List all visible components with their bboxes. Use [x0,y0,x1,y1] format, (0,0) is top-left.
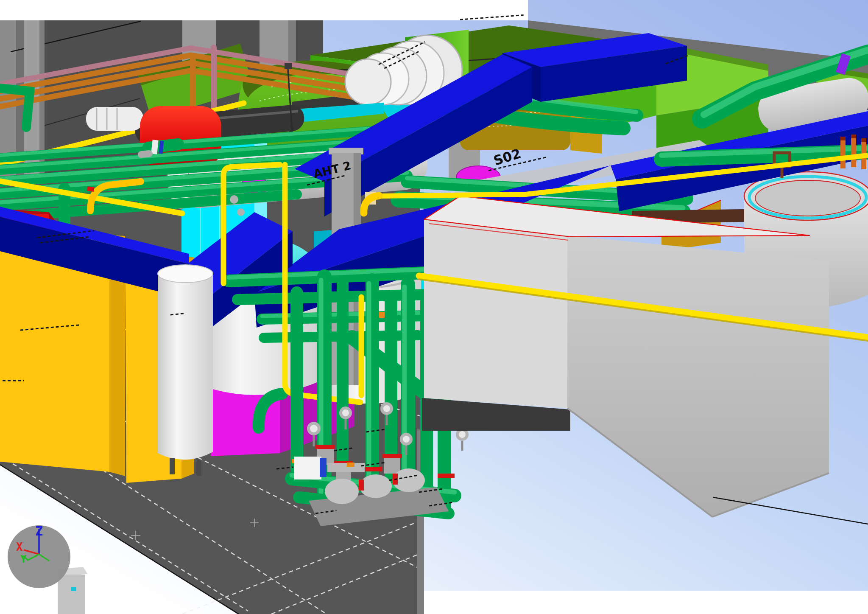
red-flange [315,445,335,449]
pipe-silencer [86,107,143,131]
red-flange [359,479,364,491]
gray-stub [141,154,149,154]
blue-flange [320,458,327,477]
box-front [424,219,567,408]
red-flange [366,467,382,471]
valve-fitting [237,208,245,216]
valve-body [384,458,400,474]
tank-leg [170,458,175,474]
orange-band [347,463,354,467]
pump-body [360,474,392,498]
tank-leg [196,460,201,476]
axis-label-z: Z [35,524,43,538]
red-band [87,186,94,192]
plinth [58,575,85,614]
sensor-head [285,63,292,69]
plinth-chip [71,587,76,591]
top-margin [0,0,528,20]
axis-label-y: Y [20,553,27,565]
background-bottom-strip [417,591,868,614]
axis-label-x: X [16,541,23,553]
model-canvas[interactable]: AHT 2 S02 Z X Y [0,0,868,614]
valve-fitting [230,195,238,204]
pump-body [325,479,359,504]
red-flange [438,474,455,478]
flex-ring [345,59,391,105]
white-motor [294,457,321,479]
red-flange [382,454,402,458]
cad-3d-viewport[interactable]: AHT 2 S02 Z X Y [0,0,868,614]
